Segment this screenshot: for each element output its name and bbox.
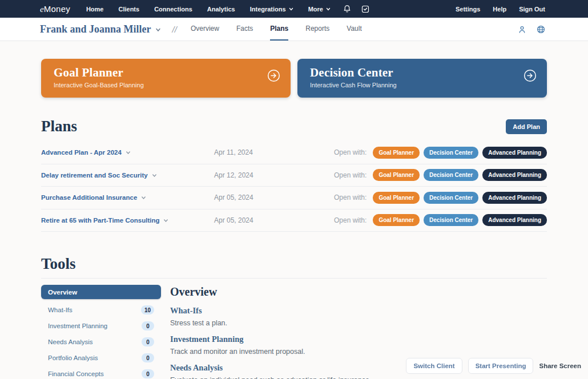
tool-item-portfolio-analysis[interactable]: Portfolio Analysis 0 [41, 350, 161, 366]
plans-table: Advanced Plan - Apr 2024 Apr 11, 2024 Op… [41, 142, 547, 232]
globe-language-icon[interactable] [537, 25, 545, 34]
client-bar: Frank and Joanna Miller // Overview Fact… [0, 18, 588, 41]
client-name-label: Frank and Joanna Miller [40, 23, 151, 35]
tool-item-overview[interactable]: Overview [41, 285, 161, 299]
open-decision-center-button[interactable]: Decision Center [424, 169, 478, 181]
plan-row: Advanced Plan - Apr 2024 Apr 11, 2024 Op… [41, 142, 547, 164]
tab-vault[interactable]: Vault [347, 18, 361, 41]
settings-link[interactable]: Settings [456, 6, 480, 13]
chevron-down-icon [152, 173, 156, 178]
open-with-group: Open with: Goal Planner Decision Center … [334, 169, 547, 181]
start-presenting-button[interactable]: Start Presenting [468, 358, 534, 374]
plan-date: Apr 05, 2024 [214, 193, 253, 201]
open-with-group: Open with: Goal Planner Decision Center … [334, 192, 547, 204]
plan-row: Purchase Additional Insurance Apr 05, 20… [41, 187, 547, 209]
goal-planner-title: Goal Planner [54, 66, 279, 80]
chevron-down-icon [126, 150, 130, 155]
tasks-checkbox-icon[interactable] [361, 5, 369, 13]
decision-center-subtitle: Interactive Cash Flow Planning [310, 82, 535, 88]
logo-text: Money [44, 4, 70, 14]
switch-client-button[interactable]: Switch Client [406, 358, 462, 374]
plan-row: Retire at 65 with Part-Time Consulting A… [41, 209, 547, 232]
open-goal-planner-button[interactable]: Goal Planner [373, 192, 420, 204]
clientbar-icons [518, 25, 545, 34]
topnav-right: Settings Help Sign Out [456, 6, 545, 13]
topnav-items: Home Clients Connections Analytics Integ… [86, 6, 331, 13]
plan-name-link[interactable]: Delay retirement and Soc Security [41, 172, 214, 179]
open-advanced-planning-button[interactable]: Advanced Planning [482, 214, 547, 226]
open-goal-planner-button[interactable]: Goal Planner [373, 147, 420, 159]
arrow-circle-icon[interactable] [267, 69, 280, 84]
emoney-logo[interactable]: eMoney [40, 4, 70, 14]
nav-item-clients[interactable]: Clients [118, 6, 139, 13]
nav-item-analytics[interactable]: Analytics [207, 6, 235, 13]
open-goal-planner-button[interactable]: Goal Planner [373, 169, 420, 181]
top-navigation: eMoney Home Clients Connections Analytic… [0, 0, 588, 18]
count-badge: 0 [142, 369, 154, 378]
nav-item-more[interactable]: More [308, 6, 331, 13]
open-goal-planner-button[interactable]: Goal Planner [373, 214, 420, 226]
tool-description-what-ifs: What-Ifs Stress test a plan. [170, 306, 547, 327]
tool-item-investment-planning[interactable]: Investment Planning 0 [41, 318, 161, 334]
open-with-label: Open with: [334, 216, 367, 224]
open-with-label: Open with: [334, 171, 367, 179]
chevron-down-icon [289, 7, 293, 11]
tab-overview[interactable]: Overview [191, 18, 219, 41]
open-decision-center-button[interactable]: Decision Center [424, 214, 478, 226]
tool-item-needs-analysis[interactable]: Needs Analysis 0 [41, 334, 161, 350]
plan-name-link[interactable]: Purchase Additional Insurance [41, 194, 214, 201]
tools-heading: Tools [41, 255, 547, 273]
plan-name-link[interactable]: Retire at 65 with Part-Time Consulting [41, 217, 214, 224]
open-advanced-planning-button[interactable]: Advanced Planning [482, 169, 547, 181]
user-profile-icon[interactable] [518, 25, 526, 34]
client-tabs: Overview Facts Plans Reports Vault [191, 18, 362, 41]
notifications-bell-icon[interactable] [343, 5, 351, 13]
goal-planner-banner[interactable]: Goal Planner Interactive Goal-Based Plan… [41, 59, 291, 98]
client-selector[interactable]: Frank and Joanna Miller [40, 23, 160, 35]
tools-sidebar: Overview What-Ifs 10 Investment Planning… [41, 285, 161, 379]
decision-center-banner[interactable]: Decision Center Interactive Cash Flow Pl… [297, 59, 547, 98]
open-with-label: Open with: [334, 193, 367, 201]
count-badge: 0 [142, 353, 154, 362]
add-plan-button[interactable]: Add Plan [506, 119, 547, 134]
chevron-down-icon [141, 195, 146, 200]
planner-banners: Goal Planner Interactive Goal-Based Plan… [41, 59, 547, 98]
plan-name-link[interactable]: Advanced Plan - Apr 2024 [41, 149, 214, 156]
what-ifs-description: Stress test a plan. [170, 319, 547, 327]
count-badge: 0 [142, 321, 154, 330]
open-decision-center-button[interactable]: Decision Center [424, 147, 478, 159]
share-screen-link[interactable]: Share Screen [539, 362, 581, 369]
nav-item-integrations[interactable]: Integrations [250, 6, 293, 13]
open-with-group: Open with: Goal Planner Decision Center … [334, 147, 547, 159]
needs-analysis-description: Evaluate an individual need such as educ… [170, 376, 547, 379]
arrow-circle-icon[interactable] [523, 69, 537, 84]
tab-reports[interactable]: Reports [305, 18, 329, 41]
help-link[interactable]: Help [493, 6, 506, 13]
tab-plans[interactable]: Plans [270, 18, 288, 41]
tool-item-financial-concepts[interactable]: Financial Concepts 0 [41, 366, 161, 379]
nav-item-connections[interactable]: Connections [154, 6, 192, 13]
plan-date: Apr 12, 2024 [214, 171, 253, 179]
plan-date: Apr 05, 2024 [214, 216, 253, 224]
tab-facts[interactable]: Facts [236, 18, 253, 41]
count-badge: 10 [141, 305, 154, 315]
plans-heading: Plans [41, 118, 77, 135]
nav-item-home[interactable]: Home [86, 6, 104, 13]
sign-out-link[interactable]: Sign Out [519, 6, 545, 13]
plan-row: Delay retirement and Soc Security Apr 12… [41, 164, 547, 187]
tools-section-header: Tools [41, 255, 547, 279]
open-advanced-planning-button[interactable]: Advanced Planning [482, 192, 547, 204]
tool-item-what-ifs[interactable]: What-Ifs 10 [41, 302, 161, 318]
tools-content-heading: Overview [170, 285, 547, 299]
count-badge: 0 [142, 337, 154, 346]
what-ifs-link[interactable]: What-Ifs [170, 306, 547, 316]
plan-date: Apr 11, 2024 [214, 148, 253, 156]
open-decision-center-button[interactable]: Decision Center [424, 192, 478, 204]
topnav-icons [343, 5, 369, 13]
chevron-down-icon [155, 27, 160, 31]
decision-center-title: Decision Center [310, 66, 535, 80]
logo-e: e [40, 5, 44, 14]
chevron-down-icon [326, 7, 331, 11]
open-advanced-planning-button[interactable]: Advanced Planning [482, 147, 547, 159]
investment-planning-link[interactable]: Investment Planning [170, 334, 547, 344]
